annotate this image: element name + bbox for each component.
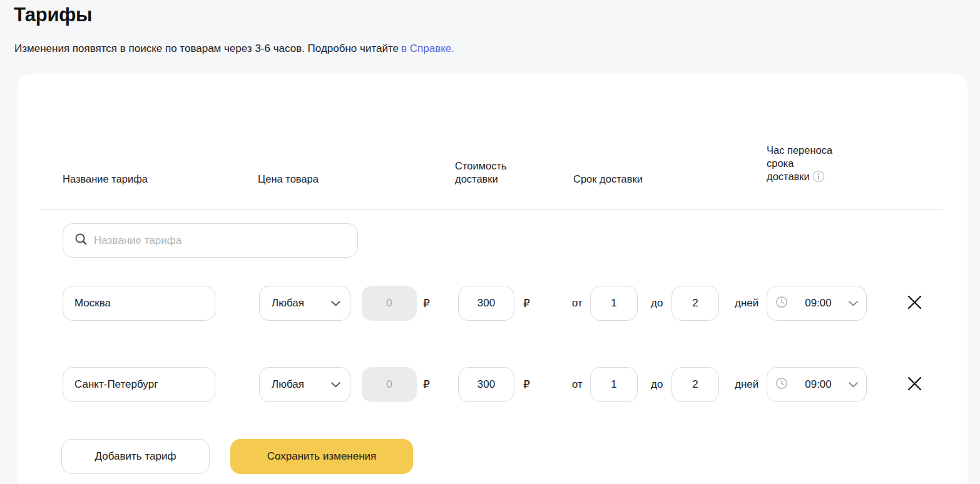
to-label: до (651, 367, 663, 402)
tariff-row: Любая ₽ ₽ от до дней 09:00 (18, 286, 967, 321)
currency-label: ₽ (423, 286, 430, 321)
page-subtitle: Изменения появятся в поиске по товарам ч… (14, 43, 454, 55)
chevron-down-icon (331, 378, 340, 391)
column-header-name: Название тарифа (63, 173, 148, 186)
header-divider (40, 209, 942, 210)
delivery-cost-input[interactable] (458, 367, 514, 402)
search-box[interactable] (63, 223, 358, 258)
transfer-time-value: 09:00 (805, 378, 832, 391)
actions-row: Добавить тариф Сохранить изменения (18, 439, 967, 474)
tariff-name-input[interactable] (63, 367, 215, 402)
tariff-name-input[interactable] (63, 286, 215, 321)
days-from-input[interactable] (590, 367, 638, 402)
currency-label: ₽ (423, 367, 430, 402)
days-label: дней (735, 367, 758, 402)
chevron-down-icon (849, 297, 858, 310)
price-condition-select[interactable]: Любая (259, 367, 350, 402)
clock-icon (775, 377, 788, 393)
add-tariff-button[interactable]: Добавить тариф (61, 439, 210, 474)
info-icon[interactable] (812, 170, 825, 186)
delivery-cost-input[interactable] (458, 286, 514, 321)
days-label: дней (735, 286, 758, 321)
price-condition-select[interactable]: Любая (259, 286, 350, 321)
x-cross-icon (906, 294, 923, 313)
days-from-input[interactable] (590, 286, 638, 321)
page-title: Тарифы (14, 4, 92, 26)
to-label: до (651, 286, 663, 321)
remove-tariff-button[interactable] (904, 374, 925, 395)
price-condition-value: Любая (272, 378, 304, 391)
from-label: от (572, 367, 583, 402)
min-price-input (362, 286, 417, 321)
transfer-time-select[interactable]: 09:00 (767, 286, 867, 321)
transfer-time-value: 09:00 (805, 297, 832, 310)
column-header-delivery-cost: Стоимость доставки (455, 159, 525, 186)
days-to-input[interactable] (671, 286, 719, 321)
column-header-price: Цена товара (258, 173, 319, 186)
clock-icon (775, 296, 788, 311)
search-row (18, 223, 967, 258)
min-price-input (362, 367, 417, 402)
chevron-down-icon (849, 378, 858, 391)
remove-tariff-button[interactable] (904, 293, 925, 314)
x-cross-icon (906, 375, 923, 394)
tariff-row: Любая ₽ ₽ от до дней 09:00 (18, 367, 967, 402)
save-changes-button[interactable]: Сохранить изменения (230, 439, 413, 474)
days-to-input[interactable] (671, 367, 719, 402)
currency-label: ₽ (523, 286, 530, 321)
subtitle-text: Изменения появятся в поиске по товарам ч… (14, 43, 399, 54)
currency-label: ₽ (523, 367, 530, 402)
table-header: Название тарифа Цена товара Стоимость до… (18, 74, 967, 186)
chevron-down-icon (331, 297, 340, 310)
help-link[interactable]: в Справке. (401, 43, 454, 54)
transfer-time-select[interactable]: 09:00 (767, 367, 867, 402)
column-header-transfer-hour: Час переноса срока доставки (767, 144, 834, 186)
search-icon (74, 233, 88, 248)
tariffs-card: Название тарифа Цена товара Стоимость до… (18, 74, 967, 484)
search-input[interactable] (94, 234, 347, 247)
column-header-delivery-term: Срок доставки (573, 173, 643, 186)
price-condition-value: Любая (272, 297, 304, 310)
from-label: от (572, 286, 583, 321)
